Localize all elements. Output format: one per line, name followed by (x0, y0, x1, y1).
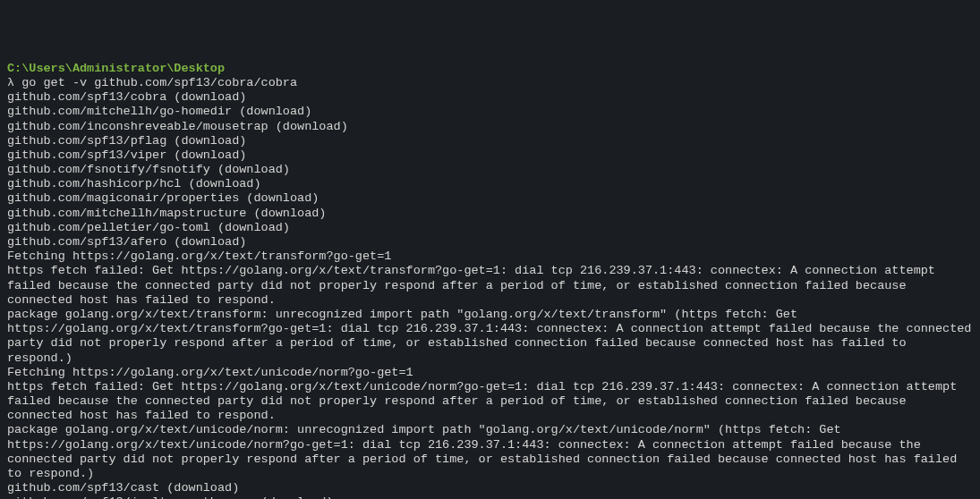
command-text: go get -v github.com/spf13/cobra/cobra (21, 76, 297, 89)
current-path: C:\Users\Administrator\Desktop (7, 62, 225, 75)
prompt-symbol: λ (7, 76, 21, 89)
terminal-output: github.com/spf13/cobra (download) github… (7, 90, 973, 499)
terminal-content[interactable]: C:\Users\Administrator\Desktop λ go get … (7, 62, 973, 499)
